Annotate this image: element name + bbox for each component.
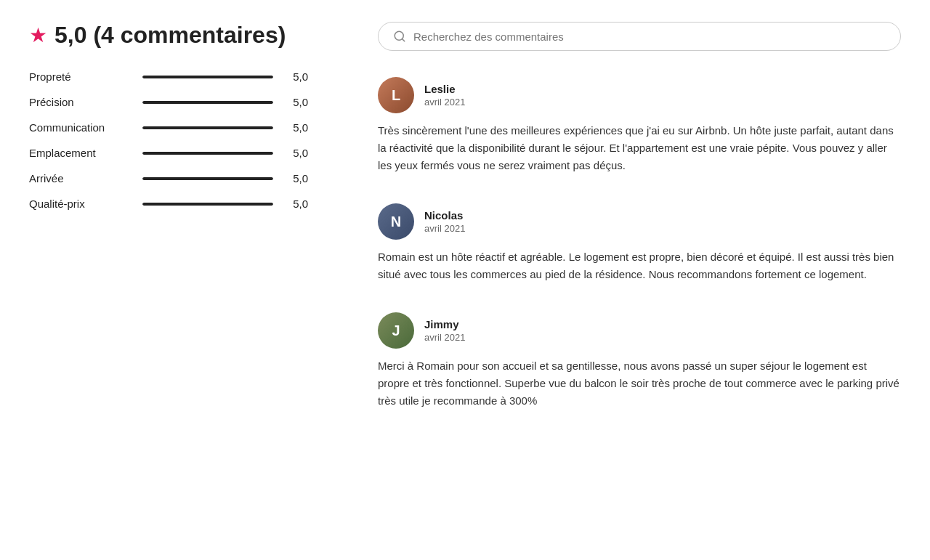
- reviewer-name: Leslie: [424, 83, 465, 95]
- review-item: L Leslie avril 2021 Très sincèrement l'u…: [378, 77, 901, 174]
- rating-title: 5,0 (4 commentaires): [54, 22, 286, 49]
- reviewer-date: avril 2021: [424, 332, 465, 343]
- svg-line-1: [402, 38, 404, 41]
- rating-header: ★ 5,0 (4 commentaires): [29, 22, 334, 49]
- rating-score: 5,0: [285, 147, 308, 159]
- reviewer-date: avril 2021: [424, 223, 465, 234]
- review-item: N Nicolas avril 2021 Romain est un hôte …: [378, 203, 901, 283]
- rating-row: Communication 5,0: [29, 121, 334, 134]
- rating-label: Communication: [29, 121, 131, 134]
- avatar: N: [378, 203, 414, 240]
- reviewer-name: Jimmy: [424, 318, 465, 330]
- reviewer-info: Jimmy avril 2021: [424, 318, 465, 343]
- rating-score: 5,0: [285, 172, 308, 184]
- search-icon: [393, 30, 406, 43]
- rating-row: Qualité-prix 5,0: [29, 198, 334, 210]
- reviewer-name: Nicolas: [424, 209, 465, 222]
- rating-bar-fill: [142, 177, 273, 180]
- rating-rows: Propreté 5,0 Précision 5,0 Communication…: [29, 70, 334, 210]
- review-text: Merci à Romain pour son accueil et sa ge…: [378, 357, 901, 410]
- review-text: Romain est un hôte réactif et agréable. …: [378, 248, 901, 283]
- rating-bar-fill: [142, 101, 273, 104]
- rating-bar: [142, 101, 273, 104]
- avatar: L: [378, 77, 414, 113]
- search-input[interactable]: [413, 31, 886, 43]
- rating-bar: [142, 152, 273, 155]
- reviewer-date: avril 2021: [424, 97, 465, 107]
- rating-bar-fill: [142, 76, 273, 78]
- rating-row: Emplacement 5,0: [29, 147, 334, 159]
- avatar: J: [378, 312, 414, 349]
- rating-label: Précision: [29, 96, 131, 108]
- right-panel: L Leslie avril 2021 Très sincèrement l'u…: [378, 22, 901, 410]
- reviewer-info: Leslie avril 2021: [424, 83, 465, 107]
- star-icon: ★: [29, 25, 47, 46]
- rating-row: Propreté 5,0: [29, 70, 334, 83]
- rating-label: Propreté: [29, 70, 131, 83]
- rating-score: 5,0: [285, 198, 308, 210]
- review-text: Très sincèrement l'une des meilleures ex…: [378, 122, 901, 174]
- rating-label: Arrivée: [29, 172, 131, 184]
- left-panel: ★ 5,0 (4 commentaires) Propreté 5,0 Préc…: [29, 22, 334, 210]
- main-layout: ★ 5,0 (4 commentaires) Propreté 5,0 Préc…: [29, 22, 901, 410]
- rating-score: 5,0: [285, 70, 308, 83]
- search-bar[interactable]: [378, 22, 901, 51]
- reviewer-header: L Leslie avril 2021: [378, 77, 901, 113]
- rating-bar: [142, 177, 273, 180]
- rating-score: 5,0: [285, 121, 308, 134]
- reviews-list: L Leslie avril 2021 Très sincèrement l'u…: [378, 77, 901, 410]
- rating-row: Précision 5,0: [29, 96, 334, 108]
- rating-score: 5,0: [285, 96, 308, 108]
- rating-bar-fill: [142, 152, 273, 155]
- rating-bar: [142, 76, 273, 78]
- rating-bar-fill: [142, 126, 273, 129]
- rating-row: Arrivée 5,0: [29, 172, 334, 184]
- reviewer-header: N Nicolas avril 2021: [378, 203, 901, 240]
- reviewer-info: Nicolas avril 2021: [424, 209, 465, 234]
- rating-bar-fill: [142, 203, 273, 206]
- rating-bar: [142, 126, 273, 129]
- reviewer-header: J Jimmy avril 2021: [378, 312, 901, 349]
- review-item: J Jimmy avril 2021 Merci à Romain pour s…: [378, 312, 901, 410]
- rating-bar: [142, 203, 273, 206]
- rating-label: Qualité-prix: [29, 198, 131, 210]
- rating-label: Emplacement: [29, 147, 131, 159]
